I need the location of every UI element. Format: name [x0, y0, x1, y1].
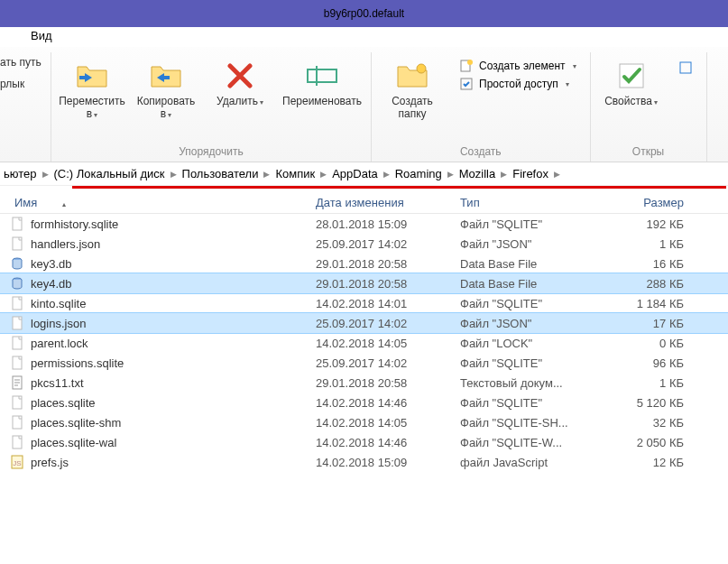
breadcrumb-item[interactable]: Mozilla — [459, 167, 495, 180]
breadcrumb-item[interactable]: Roaming — [395, 167, 442, 180]
file-date: 14.02.2018 14:46 — [316, 396, 460, 410]
new-item-button[interactable]: Создать элемент — [458, 58, 577, 74]
file-icon — [9, 217, 25, 231]
file-size: 1 КБ — [604, 237, 693, 251]
svg-rect-15 — [13, 356, 22, 369]
file-date: 25.09.2017 14:02 — [316, 317, 460, 330]
svg-rect-9 — [13, 237, 22, 250]
file-type: Файл "SQLITE-SH... — [460, 416, 604, 430]
file-type: файл JavaScript — [460, 456, 604, 469]
properties-check-icon — [613, 58, 650, 94]
file-row[interactable]: places.sqlite14.02.2018 14:46Файл "SQLIT… — [0, 393, 728, 412]
file-icon — [9, 336, 25, 350]
file-name: places.sqlite-shm — [31, 416, 121, 430]
svg-rect-12 — [13, 297, 22, 310]
chevron-right-icon: ▶ — [554, 170, 560, 179]
file-type: Файл "SQLITE-W... — [460, 436, 604, 449]
copy-path-fragment[interactable]: ать путь — [0, 56, 43, 69]
file-icon — [9, 256, 25, 271]
file-name: handlers.json — [31, 237, 100, 251]
file-row[interactable]: key3.db29.01.2018 20:58Data Base File16 … — [0, 254, 728, 273]
file-type: Файл "LOCK" — [460, 337, 604, 350]
column-header-name[interactable]: Имя▴ — [9, 196, 316, 209]
svg-rect-22 — [13, 436, 22, 448]
file-size: 2 050 КБ — [604, 436, 693, 449]
properties-button[interactable]: Свойства — [596, 56, 667, 110]
open-fragment[interactable] — [677, 60, 694, 76]
file-icon — [9, 375, 25, 390]
tab-view[interactable]: Вид — [0, 27, 728, 47]
file-row[interactable]: parent.lock14.02.2018 14:05Файл "LOCK"0 … — [0, 333, 728, 353]
file-date: 25.09.2017 14:02 — [316, 237, 460, 251]
file-row[interactable]: places.sqlite-wal14.02.2018 14:46Файл "S… — [0, 432, 728, 452]
new-item-icon — [459, 59, 474, 73]
file-name: formhistory.sqlite — [31, 217, 118, 231]
file-icon — [9, 395, 25, 410]
file-size: 192 КБ — [604, 217, 693, 231]
file-icon — [9, 276, 25, 291]
file-type: Data Base File — [460, 277, 604, 291]
file-row[interactable]: logins.json25.09.2017 14:02Файл "JSON"17… — [0, 313, 728, 333]
file-date: 14.02.2018 14:46 — [316, 436, 460, 449]
file-row[interactable]: permissions.sqlite25.09.2017 14:02Файл "… — [0, 353, 728, 373]
file-row[interactable]: key4.db29.01.2018 20:58Data Base File288… — [0, 273, 728, 293]
file-name: parent.lock — [31, 337, 88, 350]
column-header-size[interactable]: Размер — [604, 196, 693, 209]
folder-copy-icon — [148, 58, 184, 94]
file-name: key3.db — [31, 257, 72, 271]
svg-point-4 — [467, 60, 473, 65]
svg-point-2 — [417, 64, 426, 73]
breadcrumb-item[interactable]: Пользователи — [182, 167, 259, 180]
highlight-line — [72, 186, 726, 189]
file-date: 29.01.2018 20:58 — [316, 376, 460, 390]
file-size: 5 120 КБ — [604, 396, 693, 410]
create-group-label: Создать — [372, 143, 590, 158]
breadcrumb-item[interactable]: (C:) Локальный диск — [54, 167, 165, 180]
file-size: 16 КБ — [604, 257, 693, 271]
open-group-label: Откры — [591, 143, 706, 158]
column-header-type[interactable]: Тип — [460, 196, 604, 209]
shortcut-fragment[interactable]: рлык — [0, 78, 43, 90]
file-name: prefs.js — [31, 456, 69, 469]
file-name: kinto.sqlite — [31, 297, 86, 310]
file-icon — [9, 356, 25, 370]
breadcrumb-item[interactable]: ьютер — [4, 167, 37, 180]
file-date: 29.01.2018 20:58 — [316, 277, 460, 291]
svg-rect-8 — [13, 217, 22, 230]
move-to-button[interactable]: Переместить в — [57, 56, 127, 123]
file-type: Файл "JSON" — [460, 237, 604, 251]
breadcrumb[interactable]: ьютер▶(C:) Локальный диск▶Пользователи▶К… — [0, 162, 728, 186]
chevron-right-icon: ▶ — [320, 170, 327, 179]
delete-button[interactable]: Удалить — [205, 56, 275, 110]
file-icon — [9, 415, 25, 430]
file-type: Файл "SQLITE" — [460, 297, 604, 310]
easy-access-button[interactable]: Простой доступ — [458, 76, 577, 92]
file-row[interactable]: handlers.json25.09.2017 14:02Файл "JSON"… — [0, 234, 728, 254]
svg-rect-14 — [13, 337, 22, 349]
copy-to-button[interactable]: Копировать в — [131, 56, 201, 123]
easy-access-icon — [459, 77, 474, 91]
file-date: 14.02.2018 14:01 — [316, 297, 460, 310]
file-row[interactable]: places.sqlite-shm14.02.2018 14:05Файл "S… — [0, 412, 728, 432]
file-row[interactable]: pkcs11.txt29.01.2018 20:58Текстовый доку… — [0, 373, 728, 393]
file-row[interactable]: formhistory.sqlite28.01.2018 15:09Файл "… — [0, 214, 728, 234]
file-type: Файл "SQLITE" — [460, 396, 604, 410]
breadcrumb-item[interactable]: AppData — [332, 167, 378, 180]
file-list: Имя▴ Дата изменения Тип Размер formhisto… — [0, 190, 728, 472]
column-header-date[interactable]: Дата изменения — [316, 196, 460, 209]
file-date: 29.01.2018 20:58 — [316, 257, 460, 271]
rename-button[interactable]: Переименовать — [279, 56, 365, 110]
new-folder-button[interactable]: Создать папку — [377, 56, 447, 123]
file-row[interactable]: JSprefs.js14.02.2018 15:09файл JavaScrip… — [0, 452, 728, 472]
ribbon: ать путь рлык Переместить в Копировать в — [0, 47, 728, 162]
file-type: Файл "JSON" — [460, 317, 604, 330]
file-type: Текстовый докум... — [460, 376, 604, 390]
file-size: 288 КБ — [604, 277, 693, 291]
titlebar[interactable]: b9y6rp00.default — [0, 0, 728, 27]
file-row[interactable]: kinto.sqlite14.02.2018 14:01Файл "SQLITE… — [0, 293, 728, 313]
file-date: 25.09.2017 14:02 — [316, 356, 460, 370]
breadcrumb-item[interactable]: Компик — [275, 167, 315, 180]
file-date: 28.01.2018 15:09 — [316, 217, 460, 231]
file-name: key4.db — [31, 277, 72, 291]
breadcrumb-item[interactable]: Firefox — [512, 167, 548, 180]
